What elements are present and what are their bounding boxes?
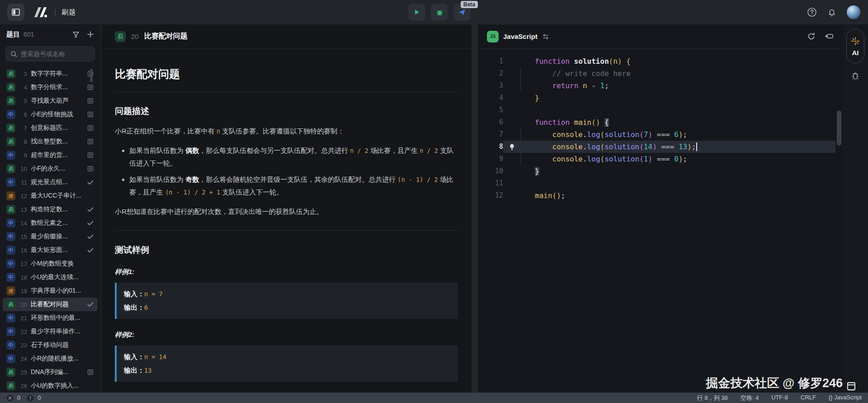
problem-list-item[interactable]: 难12最大UCC子串计... xyxy=(3,189,98,203)
problem-title: 小E的怪物挑战 xyxy=(31,110,83,119)
token: ; xyxy=(683,130,688,139)
token: . xyxy=(583,155,587,163)
code-editor[interactable]: 1function solution(n) {2 // write code h… xyxy=(478,49,843,393)
lightbulb-icon[interactable] xyxy=(503,141,520,153)
problem-list-item[interactable]: 易13构造特定数... xyxy=(3,203,98,216)
problem-list-item[interactable]: 中18小U的最大连续... xyxy=(3,270,98,284)
problem-list-item[interactable]: 易7创意标题匹... xyxy=(3,121,98,135)
problem-list-item[interactable]: 易10小F的永久... xyxy=(3,162,98,175)
code-line[interactable]: 6function main() { xyxy=(478,116,843,128)
token: === xyxy=(657,130,670,139)
problem-list-item[interactable]: 难19字典序最小的01... xyxy=(3,284,98,298)
errors-icon[interactable] xyxy=(6,394,14,402)
debug-button[interactable] xyxy=(431,4,448,21)
token: ) xyxy=(687,142,692,151)
statusbar-segment[interactable]: {} JavaScript xyxy=(829,394,862,402)
search-box[interactable] xyxy=(5,46,95,62)
problem-list-item[interactable]: 易25DNA序列编... xyxy=(3,365,98,379)
sidebar-toggle-button[interactable] xyxy=(7,4,24,21)
gutter-space xyxy=(503,177,520,190)
problem-panel: 易 20 比赛配对问题 比赛配对问题问题描述小R正在组织一个比赛，比赛中有 n … xyxy=(101,24,472,393)
code-line[interactable]: 10} xyxy=(478,165,843,177)
code-line[interactable]: 11 xyxy=(478,177,843,190)
problem-list-item[interactable]: 中14数组元素之... xyxy=(3,216,98,230)
token: { xyxy=(604,118,609,127)
problem-list-item[interactable]: 易20比赛配对问题 xyxy=(3,298,98,311)
problem-list-item[interactable]: 中17小M的数组变换 xyxy=(3,257,98,270)
problem-title: 最大矩形面... xyxy=(31,246,83,254)
code-line[interactable]: 3 return n - 1; xyxy=(478,80,843,92)
note-icon xyxy=(87,98,94,104)
difficulty-badge: 中 xyxy=(6,178,15,187)
user-avatar[interactable] xyxy=(846,5,861,19)
problem-list-item[interactable]: 易26小U的数字插入... xyxy=(3,379,98,393)
problem-number: 10 xyxy=(19,166,27,172)
difficulty-badge: 易 xyxy=(6,300,15,309)
editor-scrollbar[interactable] xyxy=(837,110,841,146)
bullet-list: 如果当前队伍数为 偶数，那么每支队伍都会与另一支队伍配对。总共进行 n / 2 … xyxy=(118,144,458,199)
add-problem-icon[interactable] xyxy=(87,31,94,38)
problem-list-item[interactable]: 中6小E的怪物挑战 xyxy=(3,108,98,121)
switch-language-icon[interactable] xyxy=(542,33,549,40)
warnings-icon[interactable] xyxy=(27,394,34,402)
problem-title: 小F的永久... xyxy=(31,165,83,173)
problem-list-item[interactable]: 中16最大矩形面... xyxy=(3,243,98,257)
code-line[interactable]: 12main(); xyxy=(478,190,843,202)
problem-list-item[interactable]: 中9超市里的货... xyxy=(3,148,98,162)
problem-number: 5 xyxy=(19,98,27,104)
problems-panel-title: 题目 xyxy=(6,30,20,39)
inline-code: (n - 1) / 2 xyxy=(397,176,438,183)
problem-list-item[interactable]: 易4数字分组求... xyxy=(3,81,98,94)
code-line[interactable]: 1function solution(n) { xyxy=(478,55,843,67)
problem-list-item[interactable]: 易3数字字符串... xyxy=(3,67,98,81)
difficulty-badge: 易 xyxy=(6,205,15,214)
token: 14 xyxy=(644,142,652,151)
statusbar-segment[interactable]: CRLF xyxy=(801,394,816,402)
difficulty-badge: 易 xyxy=(6,137,15,146)
problem-list-item[interactable]: 易5寻找最大葫芦 xyxy=(3,94,98,108)
solved-check-icon xyxy=(87,234,94,239)
code-line[interactable]: 7 console.log(solution(7) === 6); xyxy=(478,128,843,141)
difficulty-badge: 易 xyxy=(115,31,126,42)
problem-title: 观光景点组... xyxy=(31,178,83,186)
problem-list-item[interactable]: 中15最少前缀操... xyxy=(3,230,98,243)
gutter-space xyxy=(503,190,520,202)
token xyxy=(652,130,657,139)
statusbar-segment[interactable]: 空格: 4 xyxy=(741,394,759,402)
problem-title: 寻找最大葫芦 xyxy=(31,97,83,105)
token xyxy=(535,81,552,90)
code-line[interactable]: 2 // write code here xyxy=(478,67,843,80)
problem-title: 环形数组中的最... xyxy=(31,314,83,322)
problem-title: 最少字符串操作... xyxy=(31,327,83,336)
token: ) xyxy=(648,155,653,163)
run-button[interactable] xyxy=(408,4,425,21)
marscode-logo[interactable] xyxy=(31,6,49,18)
search-input[interactable] xyxy=(21,50,89,57)
code-line[interactable]: 4} xyxy=(478,92,843,104)
filter-icon[interactable] xyxy=(72,31,80,38)
notifications-button[interactable] xyxy=(826,7,837,18)
code-line[interactable]: 9 console.log(solution(1) === 0); xyxy=(478,153,843,165)
line-number: 10 xyxy=(478,165,503,177)
note-icon xyxy=(87,166,94,172)
bug-icon xyxy=(436,9,443,16)
problem-list-item[interactable]: 中21环形数组中的最... xyxy=(3,311,98,325)
statusbar-segment[interactable]: UTF-8 xyxy=(771,394,788,402)
problem-number: 23 xyxy=(19,342,27,349)
problem-list-item[interactable]: 中11观光景点组... xyxy=(3,175,98,189)
help-button[interactable] xyxy=(807,7,817,18)
debug-panel-icon[interactable] xyxy=(850,71,860,81)
problem-list-item[interactable]: 易8找出整型数... xyxy=(3,135,98,148)
problem-list-item[interactable]: 中23石子移动问题 xyxy=(3,338,98,352)
statusbar-segment[interactable]: 行 8，列 38 xyxy=(697,394,728,402)
code-line[interactable]: 5 xyxy=(478,104,843,116)
format-code-icon[interactable] xyxy=(825,33,834,41)
problem-list-item[interactable]: 中24小R的随机播放... xyxy=(3,352,98,365)
sidebar-scrollbar[interactable] xyxy=(90,69,93,82)
ai-assistant-button[interactable]: AI xyxy=(846,29,864,63)
problem-title: 小R的随机播放... xyxy=(31,355,83,363)
problem-list-item[interactable]: 中22最少字符串操作... xyxy=(3,325,98,338)
code-line[interactable]: 8 console.log(solution(14) === 13); xyxy=(478,141,843,153)
problem-title: 创意标题匹... xyxy=(31,124,83,132)
reset-code-icon[interactable] xyxy=(807,32,816,41)
